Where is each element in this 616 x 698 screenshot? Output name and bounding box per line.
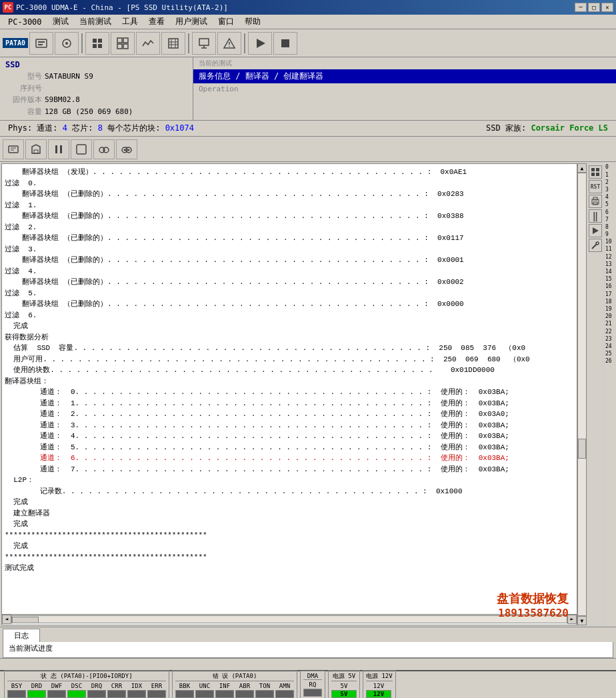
- ind-CRR: CRR: [107, 683, 126, 698]
- log-line: 获得数据分析: [5, 332, 574, 343]
- num-14: 13: [605, 261, 615, 268]
- log-line: 用户可用. . . . . . . . . . . . . . . . . . …: [5, 354, 574, 365]
- svg-rect-41: [591, 168, 595, 171]
- ind-12V: 12V 12V: [366, 683, 391, 698]
- tb2-btn-4[interactable]: [71, 139, 92, 159]
- side-btn-print[interactable]: [589, 195, 602, 208]
- tb2-btn-pause[interactable]: [48, 139, 69, 159]
- status-group-title: 状 态 (PATA0)-[PIO0+IORDY]: [7, 672, 166, 681]
- toolbar-btn-1[interactable]: [29, 32, 53, 55]
- svg-rect-44: [596, 173, 599, 176]
- family-label: SSD 家族:: [486, 123, 526, 133]
- minimize-button[interactable]: ─: [575, 3, 587, 12]
- svg-point-4: [65, 42, 68, 45]
- idx-box: [127, 690, 146, 698]
- maximize-button[interactable]: □: [588, 3, 600, 12]
- num-24: 23: [605, 335, 615, 343]
- app-window: PC PC-3000 UDMA-E - China - [PS SSD Util…: [0, 0, 616, 698]
- ton-box: [255, 690, 274, 698]
- scroll-up-btn[interactable]: ▲: [577, 163, 587, 173]
- 12v-label: 12V: [373, 683, 384, 689]
- play-button[interactable]: [248, 32, 272, 55]
- ind-DSC: DSC: [67, 683, 86, 698]
- svg-point-23: [229, 45, 230, 47]
- side-btn-wrench[interactable]: [589, 239, 602, 252]
- svg-rect-30: [55, 145, 57, 153]
- svg-rect-0: [36, 39, 47, 47]
- ssd-firmware-row: 固件版本 S9BM02.8: [5, 94, 187, 106]
- toolbar-btn-6[interactable]: [161, 32, 185, 55]
- h-scroll-track[interactable]: [11, 615, 567, 623]
- tb2-btn-2[interactable]: [25, 139, 47, 159]
- num-23: 22: [605, 328, 615, 335]
- menu-view[interactable]: 查看: [143, 15, 170, 29]
- log-line: 翻译器块组 （发现）. . . . . . . . . . . . . . . …: [5, 167, 574, 178]
- horizontal-scrollbar[interactable]: ◄ ►: [2, 614, 577, 623]
- side-btn-pause2[interactable]: ‖: [589, 209, 602, 223]
- inf-box: [215, 690, 234, 698]
- scroll-down-btn[interactable]: ▼: [577, 616, 587, 625]
- dsc-box: [67, 690, 86, 698]
- num-26: 25: [605, 350, 615, 357]
- log-tab[interactable]: 日志: [3, 629, 40, 642]
- v-scroll-thumb: [578, 439, 586, 459]
- ssd-info-panel: SSD 型号 SATABURN S9 序列号 固件版本 S9BM02.8 容量 …: [0, 57, 193, 120]
- ssd-section-label: SSD: [5, 60, 187, 69]
- num-9: 8: [605, 223, 615, 231]
- menu-user-test[interactable]: 用户测试: [170, 15, 213, 29]
- close-button[interactable]: ✕: [601, 3, 613, 12]
- scroll-left-btn[interactable]: ◄: [2, 615, 11, 624]
- log-line: 过滤 0.: [5, 178, 574, 189]
- log-line: 完成: [5, 519, 574, 530]
- toolbar-btn-2[interactable]: [55, 32, 79, 55]
- stop-button[interactable]: [273, 32, 297, 55]
- menu-window[interactable]: 窗口: [213, 15, 239, 29]
- num-5: 4: [605, 193, 615, 201]
- svg-marker-24: [257, 39, 265, 48]
- num-18: 17: [605, 291, 615, 298]
- log-line: 通道： 5. . . . . . . . . . . . . . . . . .…: [5, 442, 574, 453]
- side-btn-grid[interactable]: [589, 165, 602, 179]
- capacity-key: 容量: [5, 106, 42, 118]
- menu-bar: PC-3000 测试 当前测试 工具 查看 用户测试 窗口 帮助: [0, 15, 616, 29]
- unc-box: [195, 690, 214, 698]
- log-line: 估算 SSD 容量. . . . . . . . . . . . . . . .…: [5, 343, 574, 354]
- tb2-btn-1[interactable]: [3, 139, 24, 159]
- status-bar: [0, 658, 616, 670]
- toolbar-btn-8[interactable]: [217, 32, 241, 55]
- log-tabs: 日志: [0, 627, 616, 642]
- log-line: ****************************************…: [5, 552, 574, 563]
- menu-help[interactable]: 帮助: [239, 15, 266, 29]
- svg-rect-18: [199, 39, 209, 45]
- dwf-box: [47, 690, 66, 698]
- ind-ABR: ABR: [235, 683, 254, 698]
- log-tabs-area: 日志 当前测试进度: [0, 627, 616, 658]
- tb2-btn-binoculars1[interactable]: [93, 139, 115, 159]
- scroll-right-btn[interactable]: ►: [567, 615, 577, 624]
- svg-rect-2: [38, 44, 43, 45]
- chips-val: 8: [98, 123, 103, 133]
- num-19: 18: [605, 298, 615, 305]
- menu-tools[interactable]: 工具: [117, 15, 143, 29]
- toolbar-btn-4[interactable]: [111, 32, 135, 55]
- svg-rect-8: [98, 44, 102, 48]
- chips-label: 芯片:: [72, 123, 97, 133]
- side-btn-reset[interactable]: RST: [589, 180, 602, 193]
- current-test-label: 当前的测试: [193, 57, 616, 69]
- side-btn-play[interactable]: [589, 224, 602, 237]
- dma-group: DMA RQ: [300, 671, 325, 698]
- v-scroll-track[interactable]: [577, 173, 587, 616]
- log-line: 翻译器块组 （已删除的）. . . . . . . . . . . . . . …: [5, 299, 574, 310]
- menu-pc3000[interactable]: PC-3000: [3, 16, 47, 28]
- toolbar-btn-3[interactable]: [85, 32, 109, 55]
- menu-test[interactable]: 测试: [47, 15, 74, 29]
- log-line: 翻译器块组 （已删除的）. . . . . . . . . . . . . . …: [5, 211, 574, 222]
- log-scroll-area[interactable]: 翻译器块组 （发现）. . . . . . . . . . . . . . . …: [2, 164, 577, 614]
- log-line: 过滤 2.: [5, 222, 574, 233]
- tb2-btn-binoculars2[interactable]: [116, 139, 137, 159]
- menu-current-test[interactable]: 当前测试: [74, 15, 117, 29]
- ind-BBK: BBK: [175, 683, 194, 698]
- svg-rect-25: [281, 39, 289, 47]
- toolbar-btn-5[interactable]: [136, 32, 160, 55]
- toolbar-btn-7[interactable]: [192, 32, 216, 55]
